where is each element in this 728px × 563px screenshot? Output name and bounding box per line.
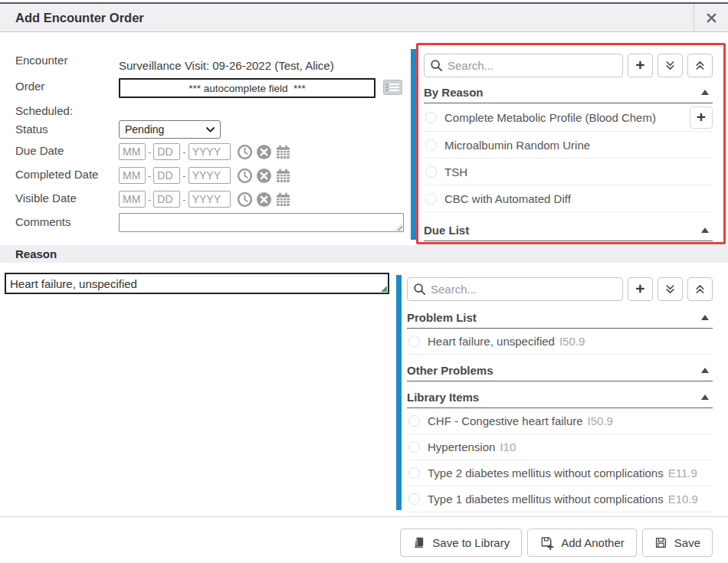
add-order-button[interactable]: + [628, 54, 653, 77]
due-date-day-input[interactable] [153, 143, 180, 160]
order-item[interactable]: CBC with Automated Diff [424, 185, 713, 212]
reason-section-title: Reason [15, 245, 57, 263]
order-list-icon[interactable] [383, 80, 402, 98]
order-item[interactable]: Microalbumin Random Urine [424, 132, 713, 159]
save-plus-icon [539, 535, 554, 550]
section-header-other-problems[interactable]: Other Problems [407, 360, 713, 381]
date-separator: - [148, 194, 151, 205]
reason-section-header: Reason [0, 245, 728, 263]
collapse-all-button[interactable] [687, 54, 713, 77]
calendar-icon[interactable] [275, 144, 291, 160]
section-header-problem-list[interactable]: Problem List [407, 307, 713, 329]
order-search-input[interactable] [424, 54, 623, 77]
plus-icon: + [635, 57, 644, 73]
radio-icon[interactable] [408, 415, 420, 427]
dialog-header: Add Encounter Order [0, 2, 728, 32]
double-chevron-up-icon [694, 283, 706, 295]
save-button[interactable]: Save [642, 529, 713, 557]
visible-date-row: - - [119, 190, 291, 208]
due-date-label: Due Date [15, 144, 64, 157]
status-select[interactable]: Pending [119, 120, 221, 139]
collapse-icon [701, 394, 709, 400]
radio-icon[interactable] [425, 112, 437, 123]
search-icon [430, 59, 443, 75]
visible-date-day-input[interactable] [153, 191, 180, 208]
add-item-button[interactable]: + [690, 106, 713, 129]
order-item[interactable]: TSH [424, 159, 713, 185]
book-icon [412, 536, 425, 549]
save-to-library-button[interactable]: Save to Library [400, 529, 522, 557]
due-date-month-input[interactable] [119, 143, 146, 160]
reason-input[interactable] [5, 273, 389, 294]
comments-input[interactable] [119, 213, 404, 232]
double-chevron-down-icon [664, 283, 676, 295]
calendar-icon[interactable] [275, 191, 291, 208]
footer-divider [0, 516, 728, 517]
clear-date-icon[interactable] [256, 168, 272, 184]
plus-icon: + [635, 280, 644, 296]
reason-item[interactable]: Type 2 diabetes mellitus without complic… [407, 460, 713, 486]
due-date-year-input[interactable] [189, 143, 231, 160]
save-icon [654, 536, 667, 549]
radio-icon[interactable] [425, 139, 437, 151]
completed-date-day-input[interactable] [153, 167, 180, 184]
reason-search-panel: + Problem List Heart failure, unspecifie… [407, 277, 713, 512]
collapse-icon [701, 368, 709, 373]
completed-date-month-input[interactable] [119, 167, 146, 184]
order-search-panel: + By Reason Complete Metabolic Profile (… [424, 54, 713, 241]
section-header-library-items[interactable]: Library Items [407, 387, 713, 408]
date-separator: - [182, 146, 185, 158]
section-header-by-reason[interactable]: By Reason [424, 82, 713, 103]
date-separator: - [182, 170, 185, 182]
visible-date-year-input[interactable] [189, 191, 231, 208]
radio-icon[interactable] [408, 467, 420, 479]
add-reason-button[interactable]: + [628, 277, 653, 301]
date-separator: - [182, 194, 185, 205]
clear-date-icon[interactable] [256, 144, 272, 160]
expand-all-button[interactable] [657, 277, 683, 301]
search-icon [413, 283, 426, 299]
add-another-button[interactable]: Add Another [527, 529, 637, 557]
status-label: Status [15, 123, 48, 136]
completed-date-year-input[interactable] [189, 167, 231, 184]
close-icon [706, 12, 717, 24]
radio-icon[interactable] [425, 193, 437, 205]
chevron-down-icon [206, 127, 215, 133]
reason-item[interactable]: Type 1 diabetes mellitus without complic… [407, 486, 713, 512]
expand-all-button[interactable] [657, 54, 683, 77]
order-autocomplete-input[interactable] [119, 78, 375, 98]
plus-icon: + [697, 109, 706, 125]
collapse-icon [701, 90, 709, 95]
clock-icon[interactable] [237, 144, 253, 160]
status-selected-value: Pending [125, 123, 164, 136]
calendar-icon[interactable] [275, 168, 291, 184]
collapse-all-button[interactable] [687, 277, 713, 301]
comments-label: Comments [15, 215, 71, 228]
reason-item[interactable]: CHF - Congestive heart failure I50.9 [407, 408, 713, 434]
radio-icon[interactable] [408, 336, 420, 347]
reason-item[interactable]: Hypertension I10 [407, 434, 713, 460]
encounter-label: Encounter [15, 54, 67, 67]
reason-search-input[interactable] [407, 277, 623, 301]
encounter-value: Surveillance Visit: 09-26-2022 (Test, Al… [119, 59, 334, 72]
completed-date-row: - - [119, 166, 291, 185]
visible-date-month-input[interactable] [119, 191, 146, 208]
radio-icon[interactable] [425, 166, 437, 178]
add-encounter-order-dialog: Add Encounter Order Encounter Order Sche… [0, 0, 728, 563]
double-chevron-up-icon [694, 60, 706, 71]
clock-icon[interactable] [237, 191, 253, 208]
clock-icon[interactable] [237, 168, 253, 184]
footer-actions: Save to Library Add Another Save [400, 529, 713, 557]
reason-item[interactable]: Heart failure, unspecified I50.9 [407, 329, 713, 355]
collapse-icon [701, 315, 709, 320]
accent-bar [411, 49, 416, 240]
radio-icon[interactable] [408, 493, 420, 505]
order-item[interactable]: Complete Metabolic Profile (Blood Chem) … [424, 103, 713, 132]
radio-icon[interactable] [408, 441, 420, 453]
visible-date-label: Visible Date [15, 191, 77, 205]
clear-date-icon[interactable] [256, 191, 272, 208]
close-button[interactable] [694, 4, 728, 31]
accent-bar [396, 275, 402, 510]
section-header-due-list[interactable]: Due List [424, 220, 713, 241]
date-separator: - [148, 146, 151, 158]
